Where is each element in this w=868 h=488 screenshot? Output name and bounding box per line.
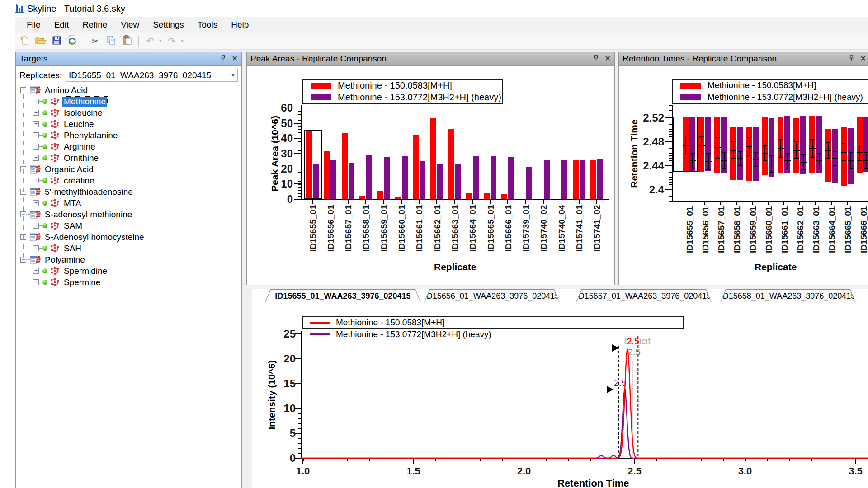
- peak-area-bar-heavy[interactable]: [544, 160, 550, 199]
- peak-area-bar-light[interactable]: [466, 193, 472, 199]
- peak-area-bar-heavy[interactable]: [473, 156, 479, 199]
- redo-dropdown[interactable]: ▼: [180, 38, 184, 43]
- tree-group-row[interactable]: −Polyamine: [16, 254, 241, 265]
- x-tick-label[interactable]: ID15664_01: [468, 205, 477, 262]
- x-tick-label[interactable]: ID15655_01: [308, 205, 317, 262]
- chromatogram-tab[interactable]: ID15658_01_WAA263_3976_020415: [720, 289, 856, 302]
- import-results-button[interactable]: [66, 35, 79, 47]
- open-file-button[interactable]: [34, 35, 47, 47]
- peak-area-bar-heavy[interactable]: [561, 160, 567, 199]
- undo-button[interactable]: ↶: [143, 35, 157, 47]
- x-tick-label[interactable]: ID15660_01: [764, 206, 773, 263]
- peak-area-bar-light[interactable]: [501, 194, 507, 199]
- chromatogram-tab[interactable]: ID15655_01_WAA263_3976_020415: [265, 289, 421, 302]
- tree-item-row[interactable]: +Ornithine: [16, 152, 241, 164]
- peak-area-bar-light[interactable]: [359, 196, 365, 199]
- peak-area-bar-heavy[interactable]: [597, 159, 603, 199]
- peak-area-bar-heavy[interactable]: [349, 163, 354, 199]
- x-tick-label[interactable]: ID15665_01: [486, 205, 495, 262]
- tree-group-label[interactable]: Polyamine: [43, 255, 86, 265]
- undo-dropdown[interactable]: ▼: [158, 38, 163, 43]
- x-tick-label[interactable]: ID15658_01: [361, 205, 370, 262]
- cut-button[interactable]: ✂: [89, 35, 102, 47]
- tree-item-row[interactable]: +MTA: [16, 197, 241, 209]
- peak-area-bar-heavy[interactable]: [330, 160, 336, 199]
- new-document-button[interactable]: [18, 35, 32, 47]
- tree-group-row[interactable]: −Amino Acid: [16, 84, 241, 96]
- x-tick-label[interactable]: ID15666_01: [503, 205, 512, 262]
- peak-area-bar-heavy[interactable]: [402, 156, 408, 199]
- chromatogram-tab[interactable]: ID15657_01_WAA263_3976_020415: [576, 289, 712, 302]
- x-tick-label[interactable]: ID15659_01: [748, 206, 757, 263]
- tree-item-row[interactable]: +Spermine: [16, 277, 241, 288]
- menu-item-help[interactable]: Help: [224, 18, 255, 32]
- x-tick-label[interactable]: ID15658_01: [732, 206, 741, 263]
- tree-item-label[interactable]: Methionine: [62, 97, 107, 107]
- x-tick-label[interactable]: ID15659_01: [379, 205, 388, 262]
- menu-item-view[interactable]: View: [114, 18, 146, 32]
- tree-item-row[interactable]: +Phenylalanine: [16, 130, 241, 141]
- x-tick-label[interactable]: ID15655_01: [684, 206, 693, 263]
- x-tick-label[interactable]: ID15741_02: [592, 205, 601, 262]
- x-tick-label[interactable]: ID15656_01: [326, 205, 335, 262]
- x-tick-label[interactable]: ID15661_01: [415, 205, 424, 262]
- tree-item-row[interactable]: +SAH: [16, 243, 241, 254]
- x-tick-label[interactable]: ID15666_01: [859, 206, 868, 263]
- tree-item-label[interactable]: Arginine: [62, 142, 97, 152]
- tree-item-row[interactable]: +Leucine: [16, 118, 241, 130]
- tree-group-row[interactable]: −S-Adenosyl homocysteine: [16, 231, 241, 243]
- save-button[interactable]: [50, 35, 63, 47]
- x-tick-label[interactable]: ID15741_01: [575, 205, 584, 262]
- tree-group-row[interactable]: −S-adenosyl methionine: [16, 209, 241, 220]
- peak-area-bar-heavy[interactable]: [526, 167, 532, 199]
- peak-area-bar-heavy[interactable]: [508, 157, 514, 199]
- peak-area-bar-light[interactable]: [377, 191, 383, 199]
- tree-item-row[interactable]: +SAM: [16, 220, 241, 231]
- targets-panel-header[interactable]: Targets ✕: [16, 52, 241, 66]
- tree-item-row[interactable]: +Arginine: [16, 141, 241, 152]
- peak-area-bar-light[interactable]: [484, 193, 490, 199]
- x-tick-label[interactable]: ID15739_01: [521, 205, 530, 262]
- menu-item-tools[interactable]: Tools: [191, 18, 224, 32]
- tree-item-label[interactable]: SAH: [62, 244, 83, 253]
- redo-button[interactable]: ↷: [165, 35, 179, 47]
- peak-area-bar-heavy[interactable]: [420, 161, 425, 199]
- tree-item-row[interactable]: +Isoleucine: [16, 107, 241, 118]
- peak-area-bar-heavy[interactable]: [491, 156, 496, 199]
- menu-item-edit[interactable]: Edit: [47, 18, 76, 32]
- tree-item-label[interactable]: Ornithine: [62, 153, 100, 163]
- pin-icon[interactable]: [220, 55, 226, 63]
- tree-group-label[interactable]: Amino Acid: [43, 85, 89, 95]
- peak-area-bar-light[interactable]: [395, 197, 401, 199]
- x-tick-label[interactable]: ID15660_01: [397, 205, 406, 262]
- tree-item-label[interactable]: Leucine: [62, 119, 95, 129]
- peak-area-bar-heavy[interactable]: [384, 157, 390, 199]
- tree-item-row[interactable]: +creatine: [16, 175, 241, 186]
- tree-item-label[interactable]: Isoleucine: [62, 108, 104, 118]
- copy-button[interactable]: [104, 35, 118, 47]
- x-tick-label[interactable]: ID15663_01: [450, 205, 459, 262]
- paste-button[interactable]: [120, 35, 134, 47]
- peak-boundary-arrow-icon[interactable]: [612, 344, 619, 352]
- x-tick-label[interactable]: ID15740_04: [557, 205, 566, 262]
- x-tick-label[interactable]: ID15656_01: [700, 206, 709, 263]
- peak-area-bar-light[interactable]: [413, 135, 419, 199]
- peak-area-bar-light[interactable]: [590, 160, 596, 199]
- peak-area-bar-light[interactable]: [324, 151, 330, 199]
- x-tick-label[interactable]: ID15657_01: [344, 205, 353, 262]
- peak-area-bar-light[interactable]: [342, 133, 348, 199]
- chromatogram-tab[interactable]: ID15656_01_WAA263_3976_020415: [424, 289, 560, 302]
- tree-group-label[interactable]: S-Adenosyl homocysteine: [43, 232, 146, 242]
- x-tick-label[interactable]: ID15662_01: [432, 205, 441, 262]
- peak-area-bar-light[interactable]: [573, 160, 579, 199]
- peak-area-bar-heavy[interactable]: [455, 164, 461, 199]
- peak-area-bar-heavy[interactable]: [580, 160, 585, 199]
- tree-item-row[interactable]: +Spermidine: [16, 265, 241, 277]
- tree-item-label[interactable]: Spermidine: [62, 266, 108, 276]
- tree-group-row[interactable]: −5'-methylthioadenosine: [16, 186, 241, 197]
- x-tick-label[interactable]: ID15661_01: [779, 206, 788, 263]
- menu-item-refine[interactable]: Refine: [75, 18, 114, 32]
- chromatogram-trace[interactable]: [301, 349, 868, 458]
- tree-item-label[interactable]: creatine: [62, 176, 96, 186]
- tree-item-row[interactable]: +Methionine: [16, 96, 241, 107]
